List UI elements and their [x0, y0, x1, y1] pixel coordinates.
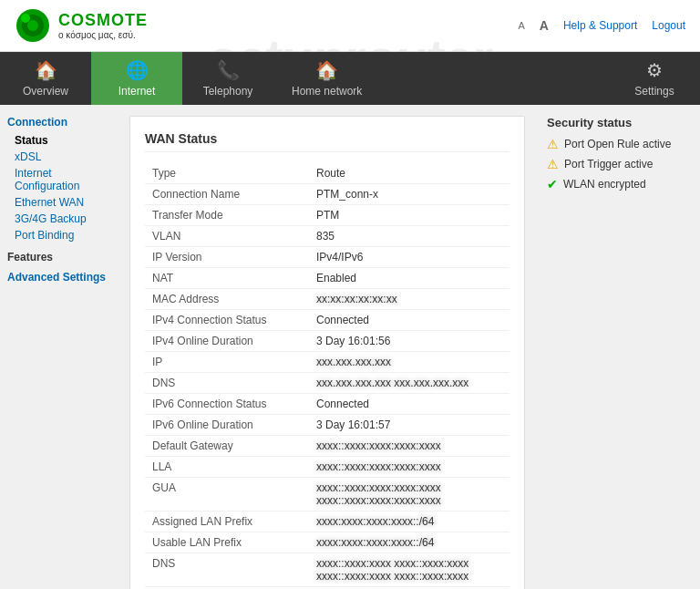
field-value: xxxx::xxxx:xxxx:xxxx:xxxx — [309, 457, 510, 478]
field-label: VLAN — [145, 226, 309, 247]
field-value: PTM_conn-x — [309, 184, 510, 205]
field-label: IPv6 Connection Status — [145, 394, 309, 415]
field-label: Assigned LAN Prefix — [145, 512, 309, 532]
field-label: NAT — [145, 268, 309, 289]
internet-icon: 🌐 — [126, 59, 149, 81]
nav-item-internet[interactable]: 🌐 Internet — [91, 52, 182, 105]
table-row: MAC Addressxx:xx:xx:xx:xx:xx — [145, 289, 510, 310]
sidebar-advanced-title[interactable]: Advanced Settings — [7, 271, 111, 284]
field-value: xxxx::xxxx:xxxx:xxxx:xxxx — [309, 436, 510, 457]
home-network-icon: 🏠 — [315, 59, 338, 81]
field-value: 3 Day 16:01:57 — [309, 415, 510, 436]
nav-item-overview[interactable]: 🏠 Overview — [0, 52, 91, 105]
sidebar-connection-title[interactable]: Connection — [7, 116, 111, 129]
field-value: xxxx:xxxx:xxxx:xxxx::/64 — [309, 532, 510, 553]
nav-label-internet: Internet — [118, 85, 156, 98]
logo-text: COSMOTE ο κόσμος μας, εσύ. — [58, 11, 148, 40]
field-value: xxx.xxx.xxx.xxx xxx.xxx.xxx.xxx — [309, 373, 510, 394]
field-label: LLA — [145, 457, 309, 478]
field-value: xxxx:xxxx:xxxx:xxxx::/64 — [309, 512, 510, 532]
field-value: xxxx::xxxx:xxxx xxxx::xxxx:xxxx xxxx::xx… — [309, 553, 510, 587]
table-row: IP VersionIPv4/IPv6 — [145, 247, 510, 268]
field-label: IPv4 Connection Status — [145, 310, 309, 331]
field-label: IPv4 Online Duration — [145, 331, 309, 352]
security-panel: Security status ⚠Port Open Rule active⚠P… — [536, 105, 700, 589]
overview-icon: 🏠 — [35, 59, 57, 81]
field-value: xx:xx:xx:xx:xx:xx — [309, 289, 510, 310]
table-row: VLAN835 — [145, 226, 510, 247]
field-value: xxxx::xxxx:xxxx:xxxx:xxxx xxxx::xxxx:xxx… — [309, 478, 510, 512]
settings-icon: ⚙ — [646, 59, 663, 81]
header-right: A A Help & Support Logout — [518, 18, 685, 33]
table-row: IPv4 Online Duration3 Day 16:01:56 — [145, 331, 510, 352]
security-title: Security status — [547, 116, 689, 129]
field-label: Default Gateway — [145, 436, 309, 457]
table-row: DNSxxxx::xxxx:xxxx xxxx::xxxx:xxxx xxxx:… — [145, 553, 510, 587]
main-content: WAN Status TypeRouteConnection NamePTM_c… — [118, 105, 536, 589]
table-row: IPv6 Connection StatusConnected — [145, 394, 510, 415]
help-support-link[interactable]: Help & Support — [563, 19, 637, 32]
table-row: NATEnabled — [145, 268, 510, 289]
field-value: PTM — [309, 205, 510, 226]
security-item-wlan-encrypted: ✔WLAN encrypted — [547, 177, 689, 191]
cosmote-logo-icon — [15, 7, 51, 44]
field-label: Usable LAN Prefix — [145, 532, 309, 553]
svg-point-3 — [21, 14, 30, 23]
field-value: Enabled — [309, 268, 510, 289]
sidebar-item-3g4g[interactable]: 3G/4G Backup — [7, 211, 111, 227]
table-row: Default Gatewayxxxx::xxxx:xxxx:xxxx:xxxx — [145, 436, 510, 457]
security-item-label: Port Trigger active — [564, 158, 653, 170]
field-label: Transfer Mode — [145, 205, 309, 226]
field-label: IP — [145, 352, 309, 373]
sidebar: Connection Status xDSL Internet Configur… — [0, 105, 118, 589]
wan-status-title: WAN Status — [145, 131, 510, 152]
wan-status-table: TypeRouteConnection NamePTM_conn-xTransf… — [145, 163, 510, 589]
field-label: DNS — [145, 373, 309, 394]
nav-item-telephony[interactable]: 📞 Telephony — [182, 52, 273, 105]
security-item-port-trigger: ⚠Port Trigger active — [547, 157, 689, 171]
telephony-icon: 📞 — [217, 59, 240, 81]
table-row: IPxxx.xxx.xxx.xxx — [145, 352, 510, 373]
field-value: Connected — [309, 310, 510, 331]
field-label: MAC Address — [145, 289, 309, 310]
font-small-button[interactable]: A — [518, 20, 524, 31]
field-label: DNS — [145, 553, 309, 587]
sidebar-item-status[interactable]: Status — [7, 132, 111, 149]
sidebar-item-internet-config[interactable]: Internet Configuration — [7, 165, 111, 194]
sidebar-item-xdsl[interactable]: xDSL — [7, 149, 111, 165]
field-label: IPv6 Online Duration — [145, 415, 309, 436]
table-row: LLAxxxx::xxxx:xxxx:xxxx:xxxx — [145, 457, 510, 478]
field-value: IPv4/IPv6 — [309, 247, 510, 268]
nav-item-settings[interactable]: ⚙ Settings — [609, 52, 700, 105]
sidebar-features-title[interactable]: Features — [7, 251, 111, 264]
field-label: IP Version — [145, 247, 309, 268]
font-large-button[interactable]: A — [540, 18, 549, 33]
table-row: GUAxxxx::xxxx:xxxx:xxxx:xxxx xxxx::xxxx:… — [145, 478, 510, 512]
brand-slogan: ο κόσμος μας, εσύ. — [58, 30, 148, 40]
table-row: DNSxxx.xxx.xxx.xxx xxx.xxx.xxx.xxx — [145, 373, 510, 394]
field-label: Type — [145, 163, 309, 184]
field-value: Route — [309, 163, 510, 184]
security-item-port-open: ⚠Port Open Rule active — [547, 137, 689, 151]
field-label: Connection Name — [145, 184, 309, 205]
header: COSMOTE ο κόσμος μας, εσύ. A A Help & Su… — [0, 0, 700, 52]
table-row: Connection NamePTM_conn-x — [145, 184, 510, 205]
nav-label-overview: Overview — [23, 85, 68, 98]
field-value: xxx.xxx.xxx.xxx — [309, 352, 510, 373]
nav-item-home-network[interactable]: 🏠 Home network — [273, 52, 380, 105]
sidebar-item-ethernet-wan[interactable]: Ethernet WAN — [7, 194, 111, 211]
logout-link[interactable]: Logout — [652, 19, 685, 32]
field-value: 3 Day 16:01:56 — [309, 331, 510, 352]
warning-icon: ⚠ — [547, 137, 559, 151]
main-nav: 🏠 Overview 🌐 Internet 📞 Telephony 🏠 Home… — [0, 52, 700, 105]
sidebar-connection-section: Connection Status xDSL Internet Configur… — [7, 116, 111, 243]
logo: COSMOTE ο κόσμος μας, εσύ. — [15, 7, 148, 44]
nav-label-telephony: Telephony — [203, 85, 253, 98]
sidebar-item-port-binding[interactable]: Port Binding — [7, 227, 111, 243]
table-row: Usable LAN Prefixxxxx:xxxx:xxxx:xxxx::/6… — [145, 532, 510, 553]
security-item-label: Port Open Rule active — [564, 138, 671, 150]
nav-label-settings: Settings — [634, 85, 674, 98]
field-value: 835 — [309, 226, 510, 247]
table-row: IPv4 Connection StatusConnected — [145, 310, 510, 331]
wan-status-panel: WAN Status TypeRouteConnection NamePTM_c… — [129, 116, 525, 589]
